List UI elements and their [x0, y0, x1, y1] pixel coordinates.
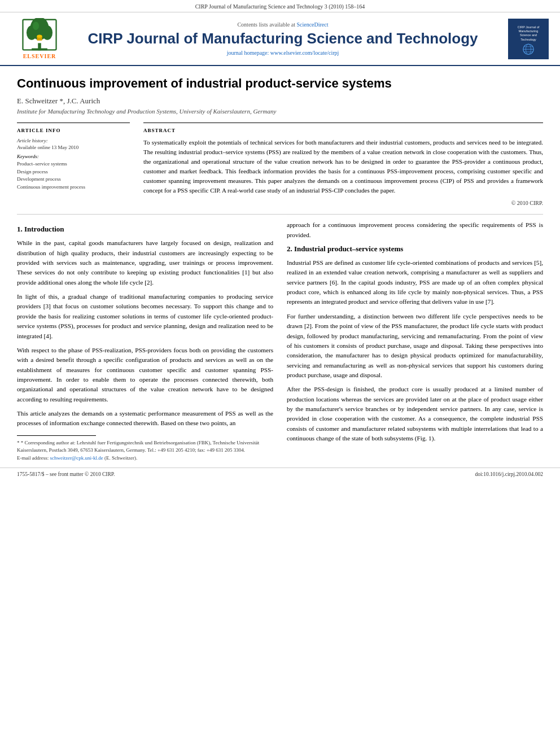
keywords-label: Keywords:: [17, 154, 130, 159]
pss-para-3: After the PSS-design is finished, the pr…: [287, 385, 543, 443]
affiliation: Institute for Manufacturing Technology a…: [17, 108, 543, 115]
keyword-item: Development process: [17, 176, 130, 184]
keywords-list: Product–service systems Design process D…: [17, 160, 130, 191]
keyword-item: Product–service systems: [17, 160, 130, 168]
pss-para-1: Industrial PSS are defined as customer l…: [287, 258, 543, 307]
abstract-title: ABSTRACT: [143, 128, 543, 133]
elsevier-wordmark: ELSEVIER: [23, 53, 56, 59]
logo-left: ELSEVIER: [11, 18, 68, 59]
article-title: Continuous improvement of industrial pro…: [17, 76, 543, 91]
main-content: Continuous improvement of industrial pro…: [0, 76, 560, 462]
body-columns: 1. Introduction While in the past, capit…: [17, 220, 543, 462]
issn-text: 1755-5817/$ – see front matter © 2010 CI…: [17, 471, 115, 477]
intro-para-4: This article analyzes the demands on a s…: [17, 409, 273, 429]
elsevier-tree-icon: [20, 18, 59, 52]
bottom-bar: 1755-5817/$ – see front matter © 2010 CI…: [0, 468, 560, 480]
article-meta-section: ARTICLE INFO Article history: Available …: [17, 123, 543, 206]
svg-point-7: [37, 35, 42, 38]
doi-text: doi:10.1016/j.cirpj.2010.04.002: [475, 471, 543, 477]
footnote-divider: [17, 435, 96, 436]
intro-para-2: In light of this, a gradual change of tr…: [17, 292, 273, 341]
svg-text:Science and: Science and: [520, 33, 537, 37]
right-column: approach for a continuous improvement pr…: [287, 220, 543, 462]
email-suffix: (E. Schweitzer).: [104, 455, 137, 461]
email-label: E-mail address:: [17, 455, 49, 461]
footnote: * * Corresponding author at: Lehrstuhl f…: [17, 439, 273, 455]
intro-para-3: With respect to the phase of PSS-realiza…: [17, 346, 273, 404]
copyright: © 2010 CIRP.: [143, 200, 543, 206]
svg-text:CIRP Journal of: CIRP Journal of: [518, 25, 540, 28]
pss-para-2: For further understanding, a distinction…: [287, 312, 543, 381]
journal-citation: CIRP Journal of Manufacturing Science an…: [195, 3, 365, 10]
email-address: schweitzer@cpk.uni-kl.de: [50, 455, 103, 461]
footnote-star: *: [17, 440, 21, 445]
section-divider: [17, 214, 543, 215]
top-bar: CIRP Journal of Manufacturing Science an…: [0, 0, 560, 12]
article-info-panel: ARTICLE INFO Article history: Available …: [17, 123, 130, 206]
journal-title-block: Contents lists available at ScienceDirec…: [68, 21, 498, 56]
journal-header: ELSEVIER Contents lists available at Sci…: [0, 12, 560, 66]
journal-main-title: CIRP Journal of Manufacturing Science an…: [68, 30, 498, 47]
industrial-pss-title: 2. Industrial product–service systems: [287, 244, 543, 254]
article-info-title: ARTICLE INFO: [17, 128, 130, 133]
sciencedirect-link[interactable]: ScienceDirect: [296, 21, 328, 28]
sciencedirect-label: Contents lists available at ScienceDirec…: [68, 21, 498, 28]
svg-point-5: [33, 21, 39, 30]
available-online: Available online 13 May 2010: [17, 145, 130, 150]
svg-point-4: [42, 25, 53, 40]
journal-logo-box: CIRP Journal of Manufacturing Science an…: [508, 19, 549, 59]
intro-para-1: While in the past, capital goods manufac…: [17, 238, 273, 287]
keyword-item: Continuous improvement process: [17, 184, 130, 191]
history-label: Article history:: [17, 138, 130, 143]
journal-homepage: journal homepage: www.elsevier.com/locat…: [68, 50, 498, 56]
abstract-panel: ABSTRACT To systematically exploit the p…: [143, 123, 543, 206]
svg-text:Technology: Technology: [520, 37, 536, 41]
footnote-email: E-mail address: schweitzer@cpk.uni-kl.de…: [17, 455, 273, 462]
logo-right: CIRP Journal of Manufacturing Science an…: [498, 19, 549, 59]
intro-continues: approach for a continuous improvement pr…: [287, 220, 543, 240]
svg-text:Manufacturing: Manufacturing: [519, 29, 539, 33]
authors: E. Schweitzer *, J.C. Aurich: [17, 97, 543, 106]
keyword-item: Design process: [17, 168, 130, 176]
abstract-text: To systematically exploit the potentials…: [143, 138, 543, 195]
left-column: 1. Introduction While in the past, capit…: [17, 220, 273, 462]
footnote-body: * Corresponding author at: Lehrstuhl fue…: [17, 440, 259, 453]
intro-section-title: 1. Introduction: [17, 225, 273, 234]
